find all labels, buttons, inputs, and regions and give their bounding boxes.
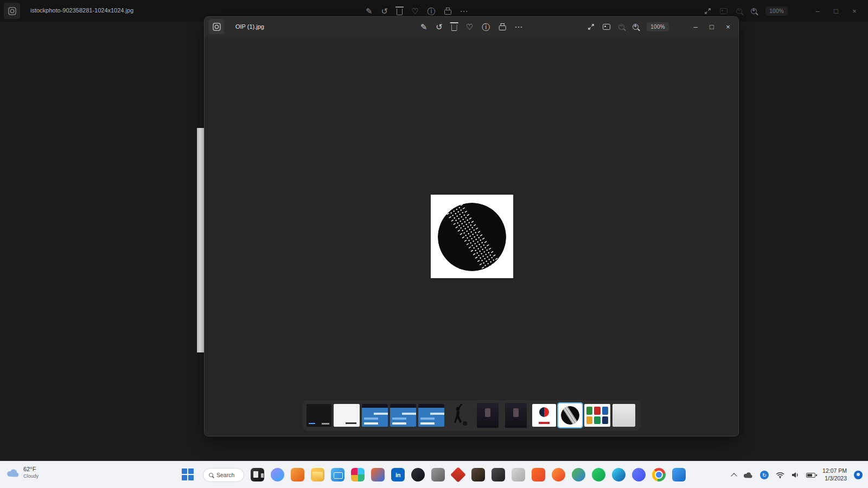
search-box[interactable]: Search <box>203 468 244 482</box>
copilot-icon[interactable] <box>271 468 284 481</box>
weather-widget[interactable]: 62°F Cloudy <box>7 466 39 479</box>
chromium-icon[interactable] <box>572 468 585 481</box>
gallery-view-icon[interactable] <box>603 24 610 30</box>
thumbnail-cricket-batsman[interactable] <box>446 404 470 427</box>
battery-icon[interactable] <box>806 473 815 478</box>
linkedin-icon[interactable]: in <box>391 468 405 481</box>
windows-logo-icon <box>182 468 187 474</box>
rotate-icon[interactable]: ↺ <box>381 7 388 15</box>
zoom-level-badge[interactable]: 100% <box>765 7 788 16</box>
photos-app-icon <box>209 19 224 34</box>
github-icon[interactable] <box>411 468 425 481</box>
task-view-icon[interactable] <box>251 468 264 481</box>
zoom-in-icon[interactable] <box>633 24 639 30</box>
viewer-titlebar[interactable]: OIP (1).jpg ✎ ↺ ♡ ⓘ ⋯ 100% – □ × <box>205 17 738 36</box>
wifi-icon[interactable] <box>776 472 784 478</box>
tray-date: 1/3/2023 <box>825 475 847 483</box>
weather-temperature: 62°F <box>23 466 39 473</box>
notifications-icon[interactable] <box>854 471 863 479</box>
delete-icon[interactable] <box>451 24 457 31</box>
favorite-icon[interactable]: ♡ <box>466 23 473 31</box>
firefox-icon[interactable] <box>552 468 565 481</box>
gitlab-icon[interactable] <box>532 468 545 481</box>
thumbnail-blue-webpage[interactable] <box>418 404 444 427</box>
media-tool-icon[interactable] <box>492 468 505 481</box>
cloud-icon <box>7 468 20 477</box>
edit-image-icon[interactable]: ✎ <box>420 23 427 31</box>
minimize-button[interactable]: – <box>808 0 827 22</box>
more-options-icon[interactable]: ⋯ <box>460 7 468 15</box>
onedrive-cloud-icon[interactable] <box>743 472 753 478</box>
minimize-button[interactable]: – <box>687 17 704 36</box>
fullscreen-icon[interactable] <box>704 8 711 15</box>
photos-app-icon <box>4 3 20 19</box>
thumbnail-cricket-logo[interactable] <box>532 404 556 427</box>
volume-icon[interactable] <box>792 472 799 478</box>
hidden-icons-chevron[interactable] <box>731 473 737 479</box>
file-explorer-icon[interactable] <box>311 468 324 481</box>
desktop-background: istockphoto-902358281-1024x1024.jpg ✎ ↺ … <box>0 0 868 488</box>
dev-app-icon[interactable] <box>450 467 466 483</box>
settings-icon[interactable] <box>512 468 525 481</box>
orange-tool-icon[interactable] <box>471 468 485 481</box>
thumbnail-logo-collection[interactable] <box>584 404 610 427</box>
chrome-icon[interactable] <box>652 468 666 481</box>
info-icon[interactable]: ⓘ <box>427 7 436 15</box>
pen-app-icon[interactable] <box>291 468 304 481</box>
whatsapp-icon[interactable] <box>592 468 605 481</box>
tray-time: 12:07 PM <box>822 467 847 475</box>
thumbnail-light-document[interactable] <box>612 404 635 427</box>
start-button[interactable] <box>182 468 195 481</box>
vscode-icon[interactable] <box>672 468 686 481</box>
taskbar: 62°F Cloudy Search in <box>0 461 868 488</box>
background-image-strip <box>197 128 205 352</box>
thumbnail-dark-video-frame[interactable] <box>307 404 331 427</box>
maximize-button[interactable]: □ <box>704 17 720 36</box>
info-icon[interactable]: ⓘ <box>482 23 490 31</box>
thumbnail-cricket-ball-selected[interactable] <box>558 403 582 427</box>
thumbnail-dark-poster[interactable] <box>477 403 499 428</box>
system-tray: 12:07 PM 1/3/2023 <box>732 461 863 488</box>
rotate-icon[interactable]: ↺ <box>436 23 443 31</box>
search-label: Search <box>216 472 234 478</box>
print-icon[interactable] <box>444 10 451 15</box>
viewer-file-title: OIP (1).jpg <box>235 23 264 30</box>
print-icon[interactable] <box>499 25 506 30</box>
thumbnail-white-slide[interactable] <box>334 404 360 427</box>
taskbar-apps: in <box>251 468 686 481</box>
clock[interactable]: 12:07 PM 1/3/2023 <box>822 467 847 482</box>
gallery-view-icon[interactable] <box>720 8 727 14</box>
discord-icon[interactable] <box>632 468 646 481</box>
favorite-icon[interactable]: ♡ <box>411 7 418 15</box>
background-file-title: istockphoto-902358281-1024x1024.jpg <box>30 7 133 14</box>
more-options-icon[interactable]: ⋯ <box>514 23 522 31</box>
zoom-in-icon[interactable] <box>751 8 757 14</box>
delete-icon[interactable] <box>397 9 403 15</box>
slack-icon[interactable] <box>351 468 365 481</box>
close-button[interactable]: × <box>720 17 736 36</box>
main-photo-cricket-ball[interactable] <box>431 195 513 278</box>
photo-viewer-window: OIP (1).jpg ✎ ↺ ♡ ⓘ ⋯ 100% – □ × <box>204 16 739 436</box>
maximize-button[interactable]: □ <box>827 0 845 22</box>
paint-app-icon[interactable] <box>371 468 385 481</box>
fullscreen-icon[interactable] <box>588 23 595 30</box>
sync-status-icon[interactable] <box>760 471 769 479</box>
thumbnail-blue-webpage[interactable] <box>390 404 416 427</box>
mail-icon[interactable] <box>331 468 344 481</box>
weather-condition: Cloudy <box>23 473 39 479</box>
remote-app-icon[interactable] <box>431 468 445 481</box>
zoom-out-icon[interactable] <box>618 24 624 30</box>
viewer-canvas <box>205 36 738 436</box>
edit-image-icon[interactable]: ✎ <box>366 7 373 15</box>
search-icon <box>209 473 213 477</box>
close-button[interactable]: × <box>845 0 864 22</box>
edge-icon[interactable] <box>612 468 626 481</box>
filmstrip <box>303 400 641 431</box>
zoom-out-icon[interactable] <box>736 8 742 14</box>
thumbnail-dark-poster[interactable] <box>505 403 527 428</box>
thumbnail-blue-webpage[interactable] <box>362 404 388 427</box>
zoom-level-badge[interactable]: 100% <box>647 22 669 31</box>
